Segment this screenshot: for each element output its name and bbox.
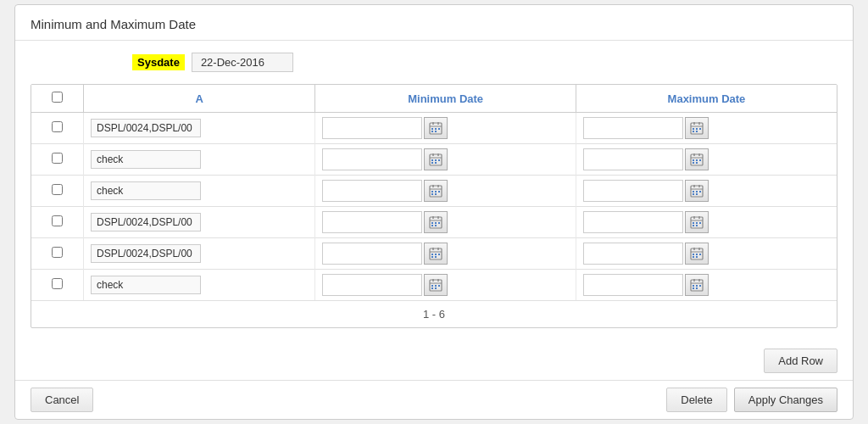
row-check-cell [31,113,84,144]
svg-rect-87 [699,254,701,255]
calendar-icon [429,247,442,260]
svg-rect-103 [693,285,694,287]
select-all-checkbox[interactable] [52,92,63,103]
svg-rect-51 [699,191,701,192]
calendar-icon [429,184,442,198]
row-min-date-input-0[interactable] [322,117,422,139]
svg-rect-7 [431,131,433,132]
svg-rect-40 [431,191,433,192]
row-max-date-cell [576,176,837,207]
row-a-input-5[interactable] [91,276,201,294]
row-min-date-cal-btn-0[interactable] [424,117,448,139]
footer-top: Add Row [15,340,853,377]
add-row-button[interactable]: Add Row [764,349,837,373]
svg-rect-35 [696,162,698,164]
svg-rect-97 [431,287,433,289]
row-a-cell [84,176,315,207]
svg-rect-80 [435,256,437,258]
row-max-date-cal-btn-4[interactable] [685,243,709,265]
row-checkbox-2[interactable] [52,184,63,195]
cancel-button[interactable]: Cancel [31,388,93,412]
row-max-date-input-2[interactable] [583,180,683,202]
footer-right-buttons: Delete Apply Changes [666,388,837,412]
svg-rect-88 [693,256,694,258]
row-max-date-cal-btn-2[interactable] [685,180,709,202]
dialog-title: Minimum and Maximum Date [15,5,853,41]
row-min-date-input-3[interactable] [322,211,422,233]
row-a-input-3[interactable] [91,213,201,232]
svg-rect-16 [693,131,694,132]
svg-rect-71 [696,225,698,226]
col-header-max-date: Maximum Date [576,85,837,113]
row-check-cell [31,238,84,270]
svg-rect-58 [431,222,433,224]
row-a-input-1[interactable] [91,150,201,169]
row-min-date-cal-btn-4[interactable] [424,243,448,265]
apply-changes-button[interactable]: Apply Changes [734,388,837,412]
row-checkbox-0[interactable] [52,121,63,132]
row-max-date-cal-btn-5[interactable] [685,274,709,296]
calendar-icon [690,278,704,292]
row-min-date-input-4[interactable] [322,243,422,265]
col-header-a: A [84,85,315,113]
svg-rect-44 [435,193,437,195]
calendar-icon [690,153,704,166]
svg-rect-22 [431,159,433,161]
svg-rect-70 [693,225,694,226]
row-max-date-input-3[interactable] [583,211,683,233]
row-a-input-0[interactable] [91,119,201,137]
row-min-date-cell [315,113,576,144]
row-min-date-cell [315,270,576,301]
svg-rect-25 [431,162,433,164]
row-checkbox-5[interactable] [52,278,63,289]
calendar-icon [429,121,442,135]
row-checkbox-3[interactable] [52,215,63,226]
calendar-icon [690,215,704,229]
row-min-date-cell [315,238,576,270]
row-min-date-cal-btn-5[interactable] [424,274,448,296]
row-min-date-cell [315,144,576,176]
svg-rect-104 [696,285,698,287]
row-max-date-cal-btn-1[interactable] [685,148,709,170]
svg-rect-67 [693,222,694,224]
row-min-date-input-1[interactable] [322,148,422,170]
calendar-icon [429,153,442,166]
row-max-date-cal-btn-3[interactable] [685,211,709,233]
row-min-date-cal-btn-3[interactable] [424,211,448,233]
row-max-date-input-4[interactable] [583,243,683,265]
svg-rect-76 [431,254,433,255]
row-min-date-cell [315,176,576,207]
row-max-date-input-0[interactable] [583,117,683,139]
calendar-icon [690,184,704,198]
svg-rect-53 [696,193,698,195]
delete-button[interactable]: Delete [666,388,727,412]
row-a-input-4[interactable] [91,244,201,263]
svg-rect-5 [435,128,437,130]
table-row [31,176,837,207]
footer-bottom: Cancel Delete Apply Changes [15,380,853,419]
svg-rect-52 [693,193,694,195]
svg-rect-105 [699,285,701,287]
row-a-input-2[interactable] [91,181,201,200]
svg-rect-68 [696,222,698,224]
svg-rect-61 [431,225,433,226]
row-max-date-cell [576,144,837,176]
svg-rect-86 [696,254,698,255]
svg-rect-69 [699,222,701,224]
row-max-date-cal-btn-0[interactable] [685,117,709,139]
calendar-icon [429,215,442,229]
row-max-date-input-5[interactable] [583,274,683,296]
svg-rect-24 [438,159,440,161]
row-min-date-input-2[interactable] [322,180,422,202]
svg-rect-23 [435,159,437,161]
svg-rect-59 [435,222,437,224]
calendar-icon [690,247,704,260]
row-min-date-input-5[interactable] [322,274,422,296]
svg-rect-96 [438,285,440,287]
row-checkbox-1[interactable] [52,153,63,164]
row-max-date-input-1[interactable] [583,148,683,170]
col-header-check [31,85,84,113]
row-min-date-cal-btn-1[interactable] [424,148,448,170]
row-checkbox-4[interactable] [52,247,63,258]
row-min-date-cal-btn-2[interactable] [424,180,448,202]
